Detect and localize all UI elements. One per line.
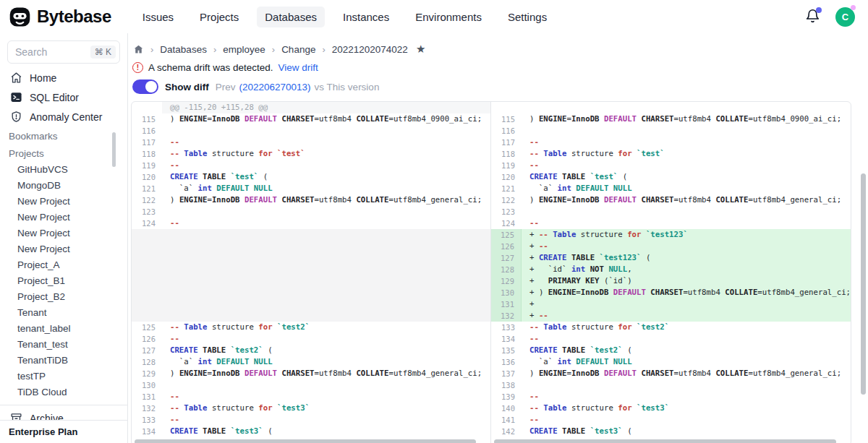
- code-line: -- Table structure for `test3`: [162, 403, 490, 414]
- scrollbar-thumb[interactable]: [135, 439, 476, 443]
- line-number: 129: [491, 275, 522, 287]
- nav-item-issues[interactable]: Issues: [135, 7, 182, 27]
- home-breadcrumb-icon[interactable]: [133, 44, 144, 55]
- code-line: [162, 379, 490, 391]
- diff-row: @@ -115,20 +115,28 @@: [132, 102, 490, 113]
- scrollbar-thumb[interactable]: [494, 439, 836, 443]
- sidebar-item-anomaly-center[interactable]: Anomaly Center: [0, 107, 127, 126]
- breadcrumb-separator: ›: [213, 44, 216, 55]
- diff-row: [132, 275, 490, 287]
- line-number: 131: [491, 298, 522, 310]
- diff-row: [132, 241, 490, 252]
- project-item-tenant[interactable]: Tenant: [0, 304, 127, 320]
- breadcrumb-item-20221202074022[interactable]: 20221202074022: [332, 44, 408, 55]
- diff-row: 132-- Table structure for `test3`: [132, 403, 490, 414]
- show-diff-toggle[interactable]: [132, 79, 158, 94]
- sidebar-item-sql-editor[interactable]: SQL Editor: [0, 87, 127, 107]
- code-line: --: [162, 218, 490, 229]
- line-number: 115: [491, 113, 522, 125]
- project-item-githubvcs[interactable]: GitHubVCS: [0, 161, 127, 177]
- project-item-tidb-cloud[interactable]: TiDB Cloud: [0, 384, 127, 400]
- nav-item-environments[interactable]: Environments: [407, 7, 490, 27]
- prev-version-link[interactable]: (202206270013): [239, 82, 311, 93]
- left-horizontal-scrollbar[interactable]: [135, 439, 480, 443]
- diff-row: [132, 252, 490, 264]
- line-number: 130: [132, 379, 162, 391]
- code-line: ) ENGINE=InnoDB DEFAULT CHARSET=utf8mb4 …: [522, 113, 851, 125]
- search-input[interactable]: [15, 46, 82, 58]
- line-number: 123: [132, 206, 162, 218]
- code-line: [162, 287, 490, 298]
- breadcrumb-item-change[interactable]: Change: [281, 44, 315, 55]
- plan-badge: Enterprise Plan: [0, 420, 127, 443]
- diff-row: 126--: [132, 333, 490, 345]
- breadcrumb-item-databases[interactable]: Databases: [160, 44, 207, 55]
- diff-row: 121 `a` int DEFAULT NULL: [491, 183, 851, 194]
- diff-rows-right: 115) ENGINE=InnoDB DEFAULT CHARSET=utf8m…: [491, 102, 851, 437]
- main-content: ›Databases›employee›Change›2022120207402…: [128, 33, 868, 443]
- navbar-items: IssuesProjectsDatabasesInstancesEnvironm…: [135, 7, 555, 27]
- diff-row: 118-- Table structure for `test`: [132, 148, 490, 160]
- diff-row: 128+ `id` int NOT NULL,: [491, 264, 851, 275]
- line-number: [132, 275, 162, 287]
- nav-item-databases[interactable]: Databases: [257, 7, 325, 27]
- breadcrumb-item-employee[interactable]: employee: [223, 44, 265, 55]
- code-line: --: [162, 137, 490, 148]
- line-number: 119: [491, 160, 522, 171]
- line-number: 117: [132, 137, 162, 148]
- line-number: 127: [132, 345, 162, 356]
- project-item-new-project[interactable]: New Project: [0, 241, 127, 257]
- brand[interactable]: Bytebase: [9, 6, 111, 28]
- project-item-new-project[interactable]: New Project: [0, 193, 127, 209]
- code-line: +: [522, 298, 851, 310]
- diff-row: 132+ --: [491, 310, 851, 322]
- search-box[interactable]: ⌘ K: [7, 40, 120, 64]
- code-line: --: [522, 218, 851, 229]
- diff-row: 140-- Table structure for `test3`: [491, 403, 851, 414]
- project-item-tenant-test[interactable]: Tenant_test: [0, 336, 127, 352]
- home-icon: [10, 72, 22, 84]
- code-line: [162, 298, 490, 310]
- nav-item-settings[interactable]: Settings: [500, 7, 555, 27]
- code-line: [162, 310, 490, 322]
- line-number: [132, 102, 162, 113]
- code-line: ) ENGINE=InnoDB DEFAULT CHARSET=utf8mb4 …: [162, 194, 490, 206]
- right-horizontal-scrollbar[interactable]: [494, 439, 841, 443]
- project-item-tenanttidb[interactable]: TenantTiDB: [0, 352, 127, 368]
- brand-name: Bytebase: [37, 7, 111, 27]
- sidebar-item-home[interactable]: Home: [0, 68, 127, 87]
- project-item-tenant-label[interactable]: tenant_label: [0, 320, 127, 336]
- sidebar-section-projects[interactable]: Projects: [0, 144, 127, 161]
- toggle-knob: [145, 81, 157, 93]
- view-drift-link[interactable]: View drift: [278, 62, 318, 73]
- nav-item-instances[interactable]: Instances: [335, 7, 397, 27]
- diff-row: [132, 298, 490, 310]
- diff-row: 119--: [132, 160, 490, 171]
- project-item-project-b2[interactable]: Project_B2: [0, 288, 127, 304]
- line-number: 137: [491, 368, 522, 379]
- line-number: 118: [491, 148, 522, 160]
- project-item-project-b1[interactable]: Project_B1: [0, 272, 127, 288]
- notifications-button[interactable]: [805, 9, 821, 25]
- project-item-new-project[interactable]: New Project: [0, 225, 127, 241]
- diff-row: 136 `a` int DEFAULT NULL: [491, 356, 851, 368]
- sidebar-section-bookmarks[interactable]: Bookmarks: [0, 126, 127, 144]
- diff-row: 134CREATE TABLE `test3` (: [132, 426, 490, 437]
- show-diff-label: Show diff: [165, 82, 209, 93]
- project-item-new-project[interactable]: New Project: [0, 209, 127, 225]
- page-vertical-scrollbar[interactable]: [861, 173, 866, 395]
- project-item-project-a[interactable]: Project_A: [0, 257, 127, 272]
- avatar[interactable]: C: [835, 7, 855, 27]
- sidebar-scrollbar[interactable]: [112, 132, 116, 167]
- favorite-star-icon[interactable]: ★: [416, 43, 425, 56]
- line-number: 132: [132, 403, 162, 414]
- code-line: CREATE TABLE `test3` (: [162, 426, 490, 437]
- code-line: + `id` int NOT NULL,: [522, 264, 851, 275]
- code-line: [162, 206, 490, 218]
- nav-item-projects[interactable]: Projects: [192, 7, 247, 27]
- code-line: [522, 102, 851, 113]
- project-item-mongodb[interactable]: MongoDB: [0, 177, 127, 193]
- project-item-testtp[interactable]: testTP: [0, 368, 127, 384]
- diff-row: 125+ -- Table structure for `test123`: [491, 229, 851, 241]
- diff-row: 117--: [491, 137, 851, 148]
